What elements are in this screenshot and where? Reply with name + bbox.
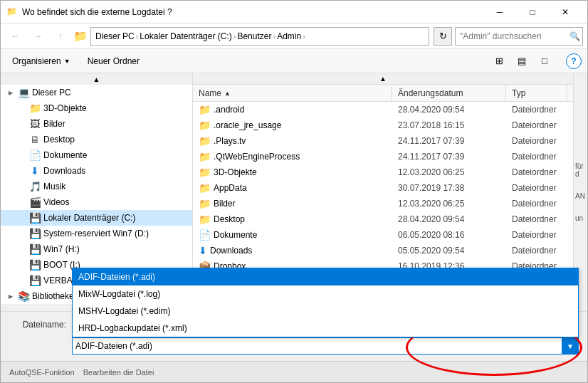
file-name-1: .oracle_jre_usage	[214, 120, 281, 130]
file-name-8: Dokumente	[214, 230, 257, 240]
tree-arrow-8	[18, 214, 26, 222]
tree-arrow-6	[18, 182, 26, 191]
window-controls: ─ □ ✕	[483, 1, 582, 23]
tree-icon-3: 🖥	[29, 134, 41, 145]
tree-item-1[interactable]: 📁3D-Objekte	[1, 100, 192, 116]
tree-label-1: 3D-Objekte	[43, 103, 87, 113]
file-cell-date-3: 24.11.2017 07:39	[392, 152, 506, 162]
file-cell-type-5: Dateiordner	[506, 183, 567, 193]
organize-arrow-icon: ▼	[64, 58, 70, 65]
toolbar: Organisieren ▼ Neuer Ordner ⊞ ▤ □ ?	[1, 49, 587, 73]
file-row[interactable]: 📁Bilder12.03.2020 06:25Dateiordner	[193, 196, 573, 211]
breadcrumb-pc[interactable]: Dieser PC	[95, 31, 135, 41]
dropdown-item-3[interactable]: HRD-Logbackupdatei (*.xml)	[73, 320, 578, 337]
file-row[interactable]: 📁.oracle_jre_usage23.07.2018 16:15Dateio…	[193, 117, 573, 133]
tree-item-7[interactable]: 🎬Videos	[1, 194, 192, 210]
forward-button[interactable]: →	[28, 26, 48, 46]
organize-button[interactable]: Organisieren ▼	[6, 52, 76, 70]
file-row[interactable]: 📁Desktop28.04.2020 09:54Dateiordner	[193, 211, 573, 227]
address-box[interactable]: Dieser PC › Lokaler Datenträger (C:) › B…	[90, 27, 429, 46]
file-row[interactable]: 📁AppData30.07.2019 17:38Dateiordner	[193, 180, 573, 196]
file-cell-type-3: Dateiordner	[506, 152, 567, 162]
tree-arrow-1	[18, 104, 26, 112]
col-header-type[interactable]: Typ	[506, 85, 567, 101]
scroll-up-arrow[interactable]: ▲	[1, 73, 192, 85]
dropdown-item-1[interactable]: MixW-Logdatei (*.log)	[73, 285, 578, 303]
search-box[interactable]: 🔍	[455, 27, 583, 46]
help-button[interactable]: ?	[566, 53, 582, 69]
tree-icon-12: 💾	[29, 275, 41, 286]
sort-icon: ▲	[224, 90, 231, 97]
dropdown-item-0[interactable]: ADIF-Dateien (*.adi)	[73, 268, 578, 285]
back-button[interactable]: ←	[5, 26, 25, 46]
file-icon-2: 📁	[199, 135, 211, 147]
breadcrumb-admin[interactable]: Admin	[277, 31, 301, 41]
tree-label-0: Dieser PC	[32, 88, 71, 98]
file-row[interactable]: 📁3D-Objekte12.03.2020 06:25Dateiordner	[193, 164, 573, 180]
maximize-button[interactable]: □	[516, 1, 549, 23]
tree-icon-10: 💾	[29, 243, 41, 255]
tree-icon-13: 📚	[18, 290, 29, 302]
breadcrumb-users[interactable]: Benutzer	[237, 31, 271, 41]
filetype-dropdown-popup: ADIF-Dateien (*.adi)MixW-Logdatei (*.log…	[72, 268, 579, 337]
tree-item-4[interactable]: 📄Dokumente	[1, 147, 192, 163]
dropdown-item-2[interactable]: MSHV-Logdatei (*.edim)	[73, 303, 578, 320]
right-scroll-up[interactable]: ▲	[193, 73, 573, 85]
minimize-button[interactable]: ─	[483, 1, 516, 23]
file-row[interactable]: 📁.android28.04.2020 09:54Dateiordner	[193, 102, 573, 117]
tree-arrow-0: ▶	[6, 88, 15, 97]
view-large-button[interactable]: □	[535, 52, 555, 70]
col-header-name[interactable]: Name ▲	[193, 85, 392, 101]
tree-item-9[interactable]: 💾System-reserviert Win7 (D:)	[1, 226, 192, 241]
partial-text-1: AutoQSE-Funktion	[9, 368, 75, 377]
file-row[interactable]: 📄Dokumente06.05.2020 08:16Dateiordner	[193, 227, 573, 243]
file-name-7: Desktop	[214, 214, 245, 224]
new-folder-button[interactable]: Neuer Ordner	[82, 52, 145, 70]
file-cell-date-1: 23.07.2018 16:15	[392, 120, 506, 130]
search-input[interactable]	[460, 31, 567, 41]
file-icon-3: 📁	[199, 151, 211, 162]
tree-item-6[interactable]: 🎵Musik	[1, 179, 192, 194]
file-name-6: Bilder	[214, 199, 236, 209]
file-row[interactable]: 📁.QtWebEngineProcess24.11.2017 07:39Date…	[193, 149, 573, 164]
breadcrumb-drive[interactable]: Lokaler Datenträger (C:)	[140, 31, 231, 41]
view-list-button[interactable]: ▤	[512, 52, 532, 70]
file-row[interactable]: ⬇Downloads05.05.2020 09:54Dateiordner	[193, 243, 573, 258]
file-cell-type-1: Dateiordner	[506, 120, 567, 130]
tree-label-10: Win7 (H:)	[43, 244, 80, 254]
file-cell-name-0: 📁.android	[193, 104, 392, 115]
tree-arrow-7	[18, 198, 26, 206]
refresh-button[interactable]: ↻	[434, 27, 452, 46]
file-icon-8: 📄	[199, 229, 211, 241]
up-button[interactable]: ↑	[51, 26, 70, 46]
tree-item-8[interactable]: 💾Lokaler Datenträger (C:)	[1, 210, 192, 226]
close-button[interactable]: ✕	[549, 1, 582, 23]
tree-arrow-12	[18, 276, 26, 285]
filetype-select[interactable]: ADIF-Dateien (*.adi)MixW-Logdatei (*.log…	[72, 337, 579, 355]
toolbar-right: ⊞ ▤ □ ?	[489, 52, 582, 70]
tree-arrow-11	[18, 261, 26, 269]
file-name-9: Downloads	[210, 246, 252, 256]
tree-item-10[interactable]: 💾Win7 (H:)	[1, 241, 192, 257]
file-cell-name-7: 📁Desktop	[193, 214, 392, 225]
file-row[interactable]: 📁.Plays.tv24.11.2017 07:39Dateiordner	[193, 133, 573, 149]
tree-label-2: Bilder	[43, 119, 65, 129]
breadcrumb: Dieser PC › Lokaler Datenträger (C:) › B…	[95, 31, 305, 41]
tree-arrow-13: ▶	[6, 292, 15, 300]
tree-label-3: Desktop	[43, 135, 75, 145]
tree-arrow-2	[18, 120, 26, 128]
file-icon-1: 📁	[199, 120, 211, 131]
file-cell-date-8: 06.05.2020 08:16	[392, 230, 506, 240]
tree-item-5[interactable]: ⬇Downloads	[1, 163, 192, 179]
file-cell-name-8: 📄Dokumente	[193, 229, 392, 241]
tree-item-2[interactable]: 🖼Bilder	[1, 116, 192, 132]
tree-item-3[interactable]: 🖥Desktop	[1, 132, 192, 147]
col-header-date[interactable]: Änderungsdatum	[392, 85, 506, 101]
view-details-button[interactable]: ⊞	[489, 52, 509, 70]
window-title: Wo befindet sich die externe Logdatei ?	[22, 7, 483, 17]
tree-label-6: Musik	[43, 182, 65, 192]
tree-icon-2: 🖼	[29, 118, 41, 130]
file-name-0: .android	[214, 105, 244, 115]
file-cell-date-9: 05.05.2020 09:54	[392, 246, 506, 256]
tree-item-0[interactable]: ▶💻Dieser PC	[1, 85, 192, 100]
